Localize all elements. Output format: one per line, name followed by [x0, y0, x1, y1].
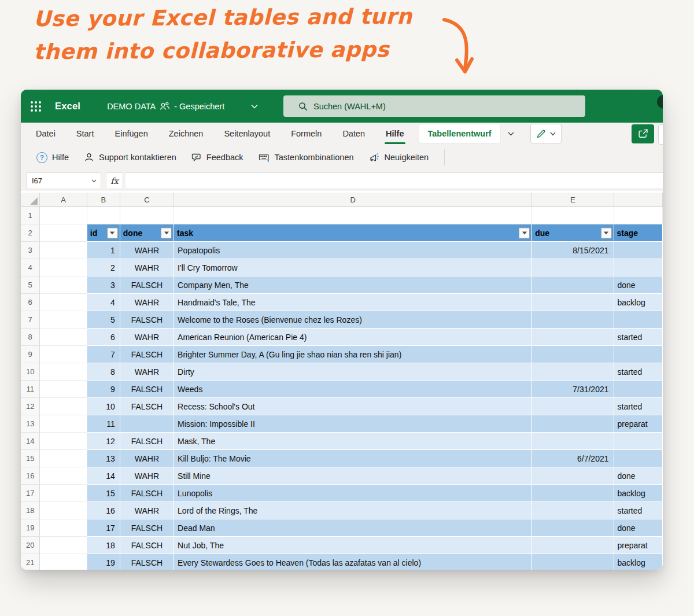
row-header-11[interactable]: 11 — [21, 381, 40, 398]
row-header-19[interactable]: 19 — [21, 519, 40, 537]
ribbon-tab-zeichnen[interactable]: Zeichnen — [160, 123, 212, 145]
cell-id[interactable]: 4 — [87, 294, 120, 311]
cell-task[interactable]: Brighter Summer Day, A (Gu ling jie shao… — [174, 346, 532, 363]
cell-done[interactable]: WAHR — [120, 450, 174, 467]
cell-id[interactable]: 3 — [87, 276, 120, 294]
table-header-stage[interactable]: stage — [614, 224, 663, 242]
cell-done[interactable]: WAHR — [120, 363, 174, 381]
cell-id[interactable]: 9 — [87, 381, 120, 398]
ribbon-tab-formeln[interactable]: Formeln — [282, 123, 330, 145]
search-input[interactable]: Suchen (WAHL+M) — [283, 95, 585, 117]
cell[interactable] — [40, 224, 87, 242]
cell-due[interactable] — [532, 467, 614, 485]
cell-done[interactable]: WAHR — [120, 242, 174, 259]
cell[interactable] — [40, 450, 87, 467]
cell[interactable] — [40, 415, 87, 433]
cell[interactable] — [40, 381, 87, 398]
cell-due[interactable] — [532, 398, 614, 415]
cell[interactable] — [40, 433, 87, 450]
cell[interactable] — [40, 276, 87, 294]
cell-task[interactable]: Weeds — [174, 381, 532, 398]
table-header-id[interactable]: id — [87, 224, 120, 242]
filter-dropdown-id[interactable] — [107, 227, 118, 238]
cell-id[interactable]: 15 — [87, 485, 120, 502]
help-item-neuigkeiten[interactable]: Neuigkeiten — [361, 148, 437, 167]
document-title[interactable]: DEMO DATA — [107, 102, 156, 111]
cell-stage[interactable] — [614, 259, 663, 276]
row-header-21[interactable]: 21 — [21, 554, 40, 570]
account-avatar[interactable] — [657, 95, 663, 109]
row-header-15[interactable]: 15 — [21, 450, 40, 467]
title-chevron-down-icon[interactable] — [251, 104, 258, 109]
cell-stage[interactable]: backlog — [614, 294, 663, 311]
cell-task[interactable]: Recess: School's Out — [174, 398, 532, 415]
cell-due[interactable] — [532, 519, 614, 537]
cell-due[interactable] — [532, 554, 614, 570]
cell-id[interactable]: 2 — [87, 259, 120, 276]
ribbon-tab-daten[interactable]: Daten — [334, 123, 374, 145]
contextual-tab-chevron-icon[interactable] — [508, 132, 514, 136]
cell-id[interactable]: 1 — [87, 242, 120, 259]
cell-stage[interactable] — [614, 242, 663, 259]
row-header-20[interactable]: 20 — [21, 537, 40, 554]
cell-task[interactable]: Mission: Impossible II — [174, 415, 532, 433]
cell-due[interactable] — [532, 485, 614, 502]
cell-task[interactable]: Dirty — [174, 363, 532, 381]
column-header-partial[interactable] — [614, 193, 663, 207]
cell-stage[interactable]: started — [614, 398, 663, 415]
clipped-toolbar-button[interactable] — [658, 124, 663, 145]
column-header-d[interactable]: D — [174, 193, 532, 207]
cell-stage[interactable]: backlog — [614, 485, 663, 502]
row-header-9[interactable]: 9 — [21, 346, 40, 363]
select-all-corner[interactable] — [21, 193, 40, 207]
cell[interactable] — [40, 537, 87, 554]
cell-task[interactable]: Mask, The — [174, 433, 532, 450]
formula-input[interactable] — [125, 172, 663, 189]
cell-done[interactable]: FALSCH — [120, 519, 174, 537]
cell-done[interactable]: FALSCH — [120, 311, 174, 329]
cell-due[interactable] — [532, 502, 614, 519]
row-header-12[interactable]: 12 — [21, 398, 40, 415]
cell-stage[interactable]: done — [614, 519, 663, 537]
cell-done[interactable]: WAHR — [120, 502, 174, 519]
cell[interactable] — [40, 398, 87, 415]
cell-stage[interactable]: started — [614, 363, 663, 381]
cell-done[interactable]: FALSCH — [120, 276, 174, 294]
cell[interactable] — [40, 554, 87, 570]
cell[interactable] — [40, 329, 87, 346]
filter-dropdown-due[interactable] — [601, 227, 612, 238]
cell-id[interactable]: 7 — [87, 346, 120, 363]
cell-due[interactable]: 8/15/2021 — [532, 242, 614, 259]
cell-id[interactable]: 8 — [87, 363, 120, 381]
cell[interactable] — [532, 207, 614, 224]
cell-task[interactable]: Still Mine — [174, 467, 532, 485]
ribbon-tab-datei[interactable]: Datei — [27, 123, 64, 145]
row-header-2[interactable]: 2 — [21, 224, 40, 242]
cell-id[interactable]: 12 — [87, 433, 120, 450]
app-launcher-icon[interactable] — [31, 101, 41, 112]
row-header-18[interactable]: 18 — [21, 502, 40, 519]
cell-due[interactable] — [532, 329, 614, 346]
table-header-done[interactable]: done — [120, 224, 174, 242]
help-item-support-kontaktieren[interactable]: Support kontaktieren — [76, 148, 184, 167]
cell-due[interactable] — [532, 537, 614, 554]
cell-due[interactable] — [532, 276, 614, 294]
cell-task[interactable]: Welcome to the Roses (Bienvenue chez les… — [174, 311, 532, 329]
row-header-1[interactable]: 1 — [21, 207, 40, 224]
cell-id[interactable]: 16 — [87, 502, 120, 519]
cell-stage[interactable] — [614, 381, 663, 398]
row-header-5[interactable]: 5 — [21, 276, 40, 294]
cell-due[interactable] — [532, 294, 614, 311]
column-header-e[interactable]: E — [532, 193, 614, 207]
cell-done[interactable]: FALSCH — [120, 537, 174, 554]
cell-id[interactable]: 17 — [87, 519, 120, 537]
cell-done[interactable]: WAHR — [120, 294, 174, 311]
cell-done[interactable]: FALSCH — [120, 381, 174, 398]
cell-done[interactable]: FALSCH — [120, 346, 174, 363]
row-header-13[interactable]: 13 — [21, 415, 40, 433]
cell[interactable] — [40, 363, 87, 381]
row-header-16[interactable]: 16 — [21, 467, 40, 485]
cell-stage[interactable]: backlog — [614, 554, 663, 570]
cell[interactable] — [40, 259, 87, 276]
table-header-task[interactable]: task — [174, 224, 532, 242]
